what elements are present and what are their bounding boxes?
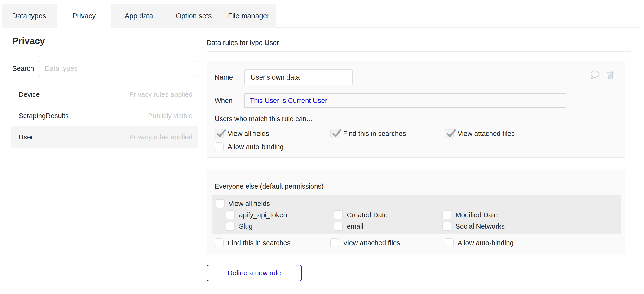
checkbox[interactable]: [214, 129, 224, 138]
divider: [12, 52, 198, 52]
checkmark-icon: [216, 128, 226, 138]
permission-find-in-searches: Find this in searches: [330, 129, 444, 138]
checkbox[interactable]: [226, 222, 235, 231]
permission-allow-auto-binding: Allow auto-binding: [214, 142, 330, 151]
checkmark-icon: [446, 128, 456, 138]
checkbox[interactable]: [330, 238, 339, 247]
checkbox[interactable]: [442, 210, 452, 219]
section-title: Data rules for type User: [206, 38, 631, 47]
rule-name-row: Name: [214, 69, 617, 85]
rule-permissions-row: Allow auto-binding: [214, 142, 617, 151]
tab-data-types[interactable]: Data types: [2, 4, 56, 28]
status-badge: Privacy rules applied: [129, 91, 192, 99]
pane-right-border: [638, 28, 639, 294]
rule-card: Name When This User is Current User User…: [206, 61, 625, 158]
rule-condition-input[interactable]: This User is Current User: [244, 93, 566, 108]
permission-view-all-fields: View all fields: [214, 129, 330, 138]
field-row: apify_api_token Created Date Modified Da…: [226, 210, 620, 219]
checkbox[interactable]: [442, 222, 452, 231]
name-label: Name: [214, 73, 244, 81]
rule-condition-text: This User is Current User: [250, 97, 327, 105]
checkbox[interactable]: [214, 142, 224, 151]
list-item-device[interactable]: Device Privacy rules applied: [11, 84, 198, 105]
field-created-date: Created Date: [334, 210, 442, 219]
tab-privacy[interactable]: Privacy: [56, 4, 112, 28]
data-rules-panel: Data rules for type User Name When This …: [206, 38, 631, 281]
checkbox[interactable]: [216, 199, 224, 208]
status-badge: Publicly visible: [148, 112, 192, 120]
field-checkbox-grid: apify_api_token Created Date Modified Da…: [226, 210, 620, 231]
comment-icon[interactable]: [589, 70, 600, 80]
rule-when-row: When This User is Current User: [214, 93, 617, 108]
default-permissions-title: Everyone else (default permissions): [214, 182, 617, 191]
rule-card-actions: [589, 70, 614, 80]
permission-view-attached-files-default: View attached files: [330, 238, 444, 247]
field-slug: Slug: [226, 222, 334, 231]
checkbox[interactable]: [214, 238, 224, 247]
field-row: Slug email Social Networks: [226, 222, 620, 231]
checkbox[interactable]: [226, 210, 235, 219]
tab-option-sets[interactable]: Option sets: [166, 4, 221, 28]
list-item-user[interactable]: User Privacy rules applied: [11, 126, 198, 148]
tab-bar: Data types Privacy App data Option sets …: [2, 4, 638, 28]
permission-allow-auto-binding-default: Allow auto-binding: [444, 238, 617, 247]
data-type-list: Device Privacy rules applied ScrapingRes…: [11, 84, 198, 148]
tab-bar-filler: [276, 4, 638, 28]
fields-panel: View all fields apify_api_token Creat: [212, 195, 620, 234]
define-new-rule-button[interactable]: Define a new rule: [206, 265, 302, 281]
privacy-sidebar: Privacy Search Device Privacy rules appl…: [12, 36, 198, 148]
field-modified-date: Modified Date: [442, 210, 620, 219]
search-label: Search: [12, 65, 38, 72]
field-email: email: [334, 222, 442, 231]
tab-file-manager[interactable]: File manager: [221, 4, 276, 28]
checkbox[interactable]: [444, 238, 454, 247]
field-social-networks: Social Networks: [442, 222, 620, 231]
trash-icon[interactable]: [606, 70, 614, 80]
page-title: Privacy: [12, 36, 198, 46]
search-input[interactable]: [38, 61, 198, 76]
field-apify-api-token: apify_api_token: [226, 210, 334, 219]
status-badge: Privacy rules applied: [129, 133, 192, 141]
divider: [206, 51, 631, 52]
rule-permissions-row: View all fields Find this in searches Vi…: [214, 129, 617, 138]
checkbox[interactable]: [444, 129, 454, 138]
search-row: Search: [12, 61, 198, 76]
checkbox[interactable]: [334, 210, 343, 219]
tab-app-data[interactable]: App data: [112, 4, 166, 28]
permission-view-attached-files: View attached files: [444, 129, 617, 138]
permission-view-all-fields-default: View all fields: [216, 199, 620, 208]
list-item-scrapingresults[interactable]: ScrapingResults Publicly visible: [11, 105, 198, 126]
checkbox[interactable]: [334, 222, 343, 231]
when-label: When: [214, 97, 244, 105]
default-permissions-card: Everyone else (default permissions) View…: [206, 170, 625, 254]
default-permissions-row: Find this in searches View attached file…: [214, 238, 617, 247]
rule-name-input[interactable]: [244, 69, 353, 85]
checkmark-icon: [331, 128, 342, 138]
match-rule-caption: Users who match this rule can...: [214, 115, 617, 123]
checkbox[interactable]: [330, 129, 339, 138]
permission-find-in-searches-default: Find this in searches: [214, 238, 330, 247]
